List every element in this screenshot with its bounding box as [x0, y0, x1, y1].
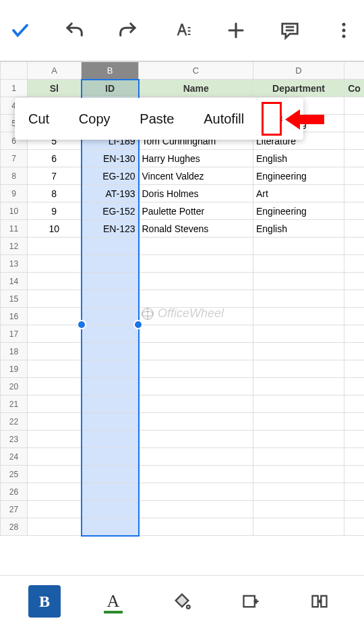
cell[interactable]: EG-120 [82, 167, 139, 185]
row-header[interactable]: 24 [1, 448, 28, 466]
selection-handle-left[interactable] [77, 320, 86, 329]
cell[interactable]: EG-152 [82, 202, 139, 220]
cut-button[interactable]: Cut [28, 111, 49, 127]
cell[interactable] [82, 238, 139, 255]
cell[interactable] [82, 343, 139, 360]
cell[interactable] [82, 483, 139, 501]
paste-button[interactable]: Paste [140, 111, 174, 127]
cell[interactable] [253, 396, 344, 413]
cell[interactable]: ID [82, 80, 139, 97]
cell[interactable] [344, 501, 365, 518]
cell[interactable] [82, 325, 139, 343]
row-header[interactable]: 20 [1, 378, 28, 396]
cell[interactable] [28, 325, 82, 343]
text-color-button[interactable]: A [97, 585, 129, 618]
cell[interactable] [253, 308, 344, 325]
autofill-button[interactable]: Autofill [204, 111, 244, 127]
cell[interactable] [344, 343, 365, 360]
row-header[interactable]: 16 [1, 308, 28, 325]
row-header[interactable]: 23 [1, 431, 28, 448]
cell[interactable] [82, 378, 139, 396]
confirm-button[interactable] [7, 17, 34, 44]
redo-button[interactable] [115, 17, 142, 44]
fill-color-button[interactable] [166, 585, 198, 618]
row-header[interactable]: 22 [1, 413, 28, 431]
cell[interactable] [82, 273, 139, 290]
cell[interactable]: Harry Hughes [139, 150, 253, 167]
cell[interactable] [82, 308, 139, 325]
cell[interactable] [344, 238, 365, 255]
cell[interactable] [28, 255, 82, 273]
cell[interactable] [28, 308, 82, 325]
cell[interactable]: English [253, 150, 344, 167]
cell[interactable] [253, 448, 344, 466]
cell[interactable] [139, 290, 253, 308]
font-format-button[interactable] [169, 17, 195, 44]
cell[interactable] [139, 501, 253, 518]
row-header[interactable]: 17 [1, 325, 28, 343]
cell[interactable] [253, 378, 344, 396]
comment-button[interactable] [276, 17, 303, 44]
cell[interactable] [28, 343, 82, 360]
cell[interactable] [139, 378, 253, 396]
cell[interactable] [139, 448, 253, 466]
cell[interactable] [28, 396, 82, 413]
cell[interactable] [82, 255, 139, 273]
cell[interactable] [139, 238, 253, 255]
more-button[interactable] [330, 17, 357, 44]
cell[interactable] [253, 290, 344, 308]
cell[interactable] [253, 360, 344, 378]
col-header-E[interactable] [344, 62, 365, 80]
cell[interactable]: 7 [28, 167, 82, 185]
cell[interactable]: Engineering [253, 167, 344, 185]
row-header[interactable]: 15 [1, 290, 28, 308]
cell[interactable] [82, 448, 139, 466]
cell[interactable]: Paulette Potter [139, 202, 253, 220]
cell[interactable] [82, 360, 139, 378]
cell[interactable] [344, 150, 365, 167]
cell[interactable]: Sl [28, 80, 82, 97]
row-header[interactable]: 25 [1, 466, 28, 483]
row-header[interactable]: 21 [1, 396, 28, 413]
cell[interactable] [344, 115, 365, 132]
cell[interactable]: EN-123 [82, 220, 139, 238]
cell[interactable] [253, 343, 344, 360]
cell[interactable] [344, 466, 365, 483]
cell[interactable] [344, 97, 365, 115]
cell[interactable]: 10 [28, 220, 82, 238]
cell[interactable] [253, 518, 344, 536]
cell[interactable]: EN-130 [82, 150, 139, 167]
cell[interactable] [344, 325, 365, 343]
row-header[interactable]: 7 [1, 150, 28, 167]
cell[interactable] [28, 448, 82, 466]
cell[interactable] [28, 501, 82, 518]
cell[interactable]: Department [253, 80, 344, 97]
cell[interactable] [139, 396, 253, 413]
cell[interactable] [344, 255, 365, 273]
row-header[interactable]: 19 [1, 360, 28, 378]
cell[interactable] [139, 518, 253, 536]
merge-cells-button[interactable] [303, 585, 336, 618]
cell[interactable] [28, 378, 82, 396]
cell[interactable] [139, 431, 253, 448]
cell[interactable] [344, 431, 365, 448]
cell[interactable] [139, 273, 253, 290]
cell[interactable] [344, 167, 365, 185]
cell[interactable] [344, 202, 365, 220]
cell[interactable] [139, 466, 253, 483]
row-header[interactable]: 18 [1, 343, 28, 360]
cell[interactable] [253, 325, 344, 343]
row-header[interactable]: 28 [1, 518, 28, 536]
cell[interactable] [28, 466, 82, 483]
cell[interactable]: Doris Holmes [139, 185, 253, 202]
cell[interactable] [344, 483, 365, 501]
cell[interactable] [139, 483, 253, 501]
col-header-A[interactable]: A [28, 62, 82, 80]
cell[interactable] [82, 290, 139, 308]
cell[interactable] [139, 413, 253, 431]
copy-button[interactable]: Copy [79, 111, 111, 127]
cell-format-button[interactable] [235, 585, 267, 618]
cell[interactable] [82, 396, 139, 413]
cell[interactable] [344, 220, 365, 238]
cell[interactable] [344, 273, 365, 290]
